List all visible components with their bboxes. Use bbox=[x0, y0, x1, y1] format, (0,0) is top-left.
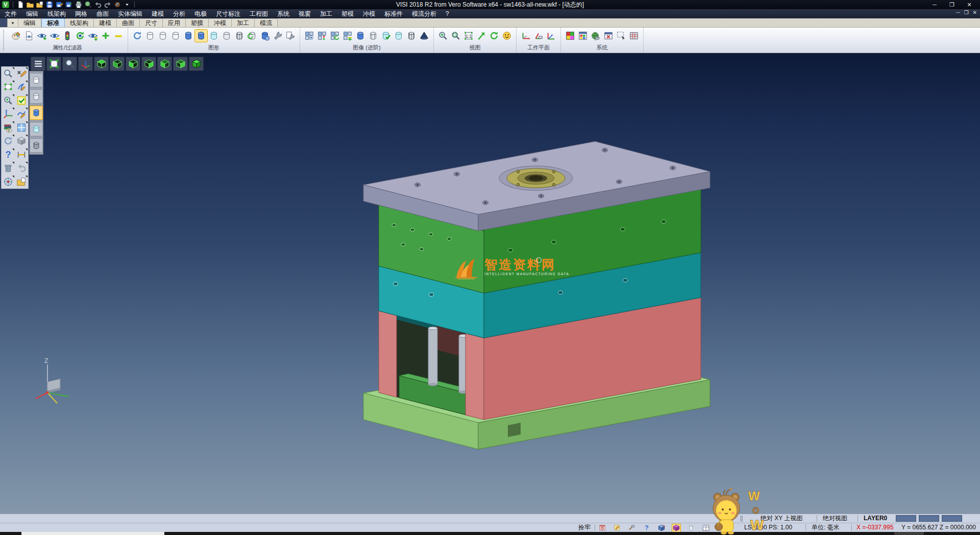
measure-distance-button[interactable] bbox=[15, 148, 28, 161]
visi-logo-icon[interactable]: V bbox=[2, 1, 10, 9]
status-layer[interactable]: LAYER0 bbox=[864, 514, 887, 523]
wireframe-mode-button[interactable] bbox=[144, 30, 156, 42]
mode-wireframe-button[interactable] bbox=[30, 73, 43, 87]
graphics-settings-button[interactable] bbox=[272, 30, 284, 42]
render-striped-button[interactable] bbox=[367, 30, 379, 42]
status-units[interactable]: 单位: 毫米 bbox=[812, 523, 840, 532]
tab-编辑[interactable]: 编辑 bbox=[18, 18, 41, 27]
tab-曲面[interactable]: 曲面 bbox=[117, 18, 140, 27]
mode-mesh-button[interactable] bbox=[30, 138, 43, 153]
status-lock[interactable]: 拴牢 bbox=[578, 523, 591, 532]
menu-item-系统[interactable]: 系统 bbox=[273, 9, 294, 18]
color-swatch-1[interactable] bbox=[896, 515, 916, 522]
menu-item-建模[interactable]: 建模 bbox=[147, 9, 168, 18]
tabbar-dropdown[interactable]: ▼ bbox=[7, 18, 18, 27]
render-wire-button[interactable] bbox=[405, 30, 418, 42]
menu-item-网格[interactable]: 网格 bbox=[70, 9, 92, 18]
dashed-hidden-mode-button[interactable] bbox=[169, 30, 182, 42]
filter-traffic-light-button[interactable] bbox=[61, 30, 74, 42]
menu-item-加工[interactable]: 加工 bbox=[315, 9, 337, 18]
view-front-cube-button[interactable] bbox=[157, 57, 172, 71]
solid-box-button[interactable] bbox=[15, 134, 28, 148]
translucent-mode-button[interactable] bbox=[208, 30, 220, 42]
hidden-line-mode-button[interactable] bbox=[157, 30, 169, 42]
graphics-options-button[interactable] bbox=[284, 30, 297, 42]
tab-建模[interactable]: 建模 bbox=[94, 18, 117, 27]
menu-item-标准件[interactable]: 标准件 bbox=[380, 9, 407, 18]
cup-white-icon[interactable] bbox=[687, 524, 695, 532]
copy-graphics-button[interactable] bbox=[259, 30, 271, 42]
view-bottom-cube-button[interactable] bbox=[110, 57, 125, 71]
render-shaded-button[interactable] bbox=[354, 30, 366, 42]
menu-item-尺寸标注[interactable]: 尺寸标注 bbox=[211, 9, 245, 18]
regenerate-graphics-button[interactable] bbox=[131, 30, 143, 42]
mode-hidden-line-button[interactable] bbox=[30, 89, 43, 104]
close-button[interactable]: ✕ bbox=[961, 0, 978, 9]
menu-item-编辑[interactable]: 编辑 bbox=[21, 9, 43, 18]
menu-item-电极[interactable]: 电极 bbox=[190, 9, 211, 18]
solids-visibility-eye-button[interactable] bbox=[303, 30, 315, 42]
draw-spline-button[interactable] bbox=[15, 107, 28, 120]
macro-tool-icon[interactable] bbox=[113, 1, 121, 9]
menu-item-分析[interactable]: 分析 bbox=[168, 9, 190, 18]
save-as-icon[interactable] bbox=[55, 1, 63, 9]
show-entities-eye-plus-button[interactable] bbox=[36, 30, 48, 42]
filter-page-eye-button[interactable] bbox=[23, 30, 35, 42]
open-model-icon[interactable] bbox=[36, 1, 44, 9]
color-swatch-2[interactable] bbox=[919, 515, 939, 522]
zoom-window-button[interactable] bbox=[450, 30, 462, 42]
tab-加工[interactable]: 加工 bbox=[232, 18, 255, 27]
delete-trash-button[interactable] bbox=[2, 161, 15, 175]
rotate-refresh-button[interactable] bbox=[2, 134, 15, 148]
attributes-palette-button[interactable] bbox=[10, 30, 22, 42]
system-settings-button[interactable] bbox=[590, 30, 602, 42]
shaded-mode-button[interactable] bbox=[182, 30, 194, 42]
menu-item-冲模[interactable]: 冲模 bbox=[358, 9, 380, 18]
view-left-cube-button[interactable] bbox=[126, 57, 140, 71]
orient-axes-button[interactable] bbox=[2, 107, 15, 120]
solids-toggle-button[interactable] bbox=[341, 30, 354, 42]
color-swatch-3[interactable] bbox=[942, 515, 962, 522]
minimize-button[interactable]: ─ bbox=[926, 0, 943, 9]
menu-item-曲面[interactable]: 曲面 bbox=[92, 9, 113, 18]
mesh-mode-button[interactable] bbox=[233, 30, 246, 42]
menu-item-文件[interactable]: 文件 bbox=[0, 9, 21, 18]
color-table-button[interactable] bbox=[564, 30, 576, 42]
system-palette-button[interactable] bbox=[577, 30, 589, 42]
calculator-grid-button[interactable] bbox=[628, 30, 640, 42]
tab-冲模[interactable]: 冲模 bbox=[209, 18, 232, 27]
hide-entities-eye-minus-button[interactable] bbox=[48, 30, 61, 42]
taskbar-sliver[interactable] bbox=[0, 532, 980, 535]
attributes-books-button[interactable] bbox=[2, 121, 15, 134]
workplane-from-view-button[interactable] bbox=[545, 30, 557, 42]
menu-item-塑模[interactable]: 塑模 bbox=[337, 9, 358, 18]
menu-item-线架构[interactable]: 线架构 bbox=[43, 9, 70, 18]
window-red-icon[interactable] bbox=[598, 524, 606, 532]
close-window-button[interactable] bbox=[602, 30, 615, 42]
more-commands-icon[interactable] bbox=[123, 1, 131, 9]
menu-item-视窗[interactable]: 视窗 bbox=[294, 9, 315, 18]
view-direction-button[interactable] bbox=[475, 30, 487, 42]
new-document-icon[interactable] bbox=[16, 1, 24, 9]
tab-应用[interactable]: 应用 bbox=[163, 18, 186, 27]
viewport-3d[interactable]: Z ? 智造资料网 INTELLI bbox=[0, 53, 980, 514]
refresh-view-button[interactable] bbox=[488, 30, 500, 42]
zoom-window-button[interactable] bbox=[2, 80, 15, 93]
solids-filter-traffic-button[interactable] bbox=[316, 30, 328, 42]
open-document-button[interactable] bbox=[15, 175, 28, 188]
status-view-mode[interactable]: 绝对视图 bbox=[823, 514, 847, 523]
confirm-check-button[interactable] bbox=[15, 94, 28, 107]
menu-item-?[interactable]: ? bbox=[441, 9, 454, 18]
menu-item-实体编辑[interactable]: 实体编辑 bbox=[113, 9, 147, 18]
box-blue-icon[interactable] bbox=[657, 524, 666, 532]
render-dark-cone-button[interactable] bbox=[418, 30, 430, 42]
mode-translucent-button[interactable] bbox=[30, 122, 43, 136]
view-orientation-face-button[interactable] bbox=[501, 30, 513, 42]
refresh-visibility-button[interactable] bbox=[74, 30, 86, 42]
doc-minimize-button[interactable]: ─ bbox=[957, 10, 960, 15]
draw-curve-button[interactable] bbox=[15, 80, 28, 93]
zoom-dynamic-button[interactable] bbox=[2, 67, 15, 80]
tab-尺寸[interactable]: 尺寸 bbox=[140, 18, 163, 27]
maximize-button[interactable]: ❐ bbox=[943, 0, 961, 9]
tab-标准[interactable]: 标准 bbox=[41, 18, 65, 27]
